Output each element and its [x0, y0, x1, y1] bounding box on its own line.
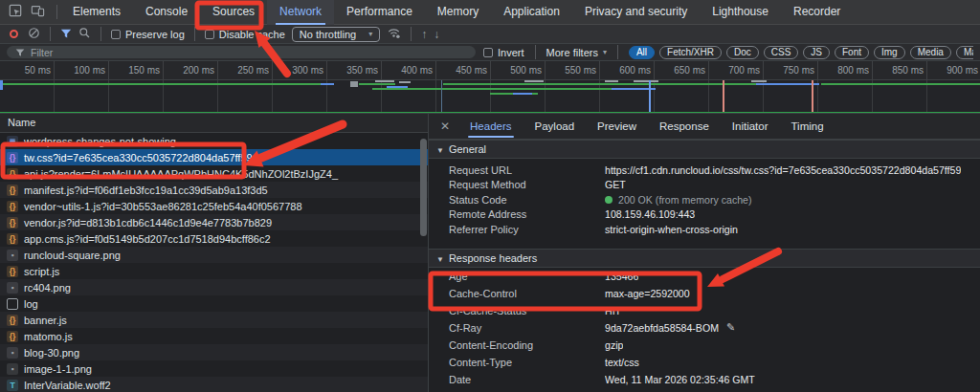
devtools-panel-tab[interactable]: Sources [200, 0, 267, 25]
timeline-tick-label: 100 ms [52, 65, 105, 76]
waterfall-bar [350, 81, 358, 87]
waterfall-bar [0, 80, 3, 90]
devtools-panel-tab[interactable]: Lighthouse [700, 0, 781, 25]
request-type-chip[interactable]: Media [910, 46, 951, 59]
resource-type-icon: {} [7, 152, 18, 163]
preserve-log-checkbox[interactable] [111, 30, 121, 39]
network-conditions-icon[interactable] [387, 26, 401, 43]
timeline-tick-label: 650 ms [652, 65, 705, 76]
devtools-panel-tab[interactable]: Performance [334, 0, 425, 25]
disable-cache-toggle[interactable]: Disable cache [205, 29, 285, 40]
request-row[interactable]: ≣ wordpress-changes-not-showing [0, 133, 428, 149]
request-name: vendor.js?id=d813b1cdb6c1446c1d9e4e7783b… [24, 217, 272, 229]
devtools-panel-tab[interactable]: Recorder [781, 0, 853, 25]
waterfall-bar [513, 93, 532, 95]
details-tab[interactable]: Preview [586, 114, 648, 140]
disable-cache-checkbox[interactable] [205, 30, 214, 39]
request-row[interactable]: ▪ runcloud-square.png [0, 247, 428, 263]
details-tab[interactable]: Initiator [721, 114, 780, 140]
clear-network-log-icon[interactable] [28, 26, 40, 43]
request-row[interactable]: {} api.js?render=6LmMcIUAAAAAPqWPbHNC4K5… [0, 165, 428, 182]
request-row[interactable]: ▪ image-1-1.png [0, 360, 428, 377]
request-row[interactable]: log [0, 295, 428, 312]
throttling-select[interactable]: No throttling ▾ [292, 27, 380, 42]
triangle-down-icon: ▼ [436, 146, 444, 155]
details-tab[interactable]: Headers [458, 114, 523, 140]
request-type-chip[interactable]: Manifest [956, 46, 973, 59]
devtools-panel-tab[interactable]: Privacy and security [572, 0, 700, 25]
header-name: Cache-Control [429, 288, 605, 299]
waterfall-bar [634, 80, 658, 82]
chevron-down-icon: ▾ [368, 30, 372, 38]
name-column-header[interactable]: Name [0, 114, 428, 133]
record-network-log-button[interactable] [10, 30, 18, 38]
close-icon[interactable]: ✕ [440, 120, 450, 133]
invert-toggle[interactable]: Invert [483, 47, 524, 58]
header-value: 108.159.46.109:443 [605, 208, 695, 220]
network-overview[interactable] [0, 80, 980, 114]
timeline-tick-label: 300 ms [270, 65, 323, 76]
general-section-header[interactable]: ▼General [429, 140, 980, 159]
header-name: Status Code [429, 194, 605, 206]
details-tab[interactable]: Response [648, 114, 721, 140]
preserve-log-toggle[interactable]: Preserve log [111, 29, 185, 40]
request-type-chip[interactable]: Img [874, 46, 905, 59]
divider [617, 45, 618, 59]
filter-toggle-icon[interactable] [60, 26, 72, 43]
request-type-chip[interactable]: Doc [726, 46, 759, 59]
resource-type-icon: ▪ [7, 347, 18, 359]
request-row[interactable]: {} vendor~utils-1.js?id=30b553ae86281c25… [0, 198, 428, 214]
request-type-chip[interactable]: Font [835, 46, 869, 59]
response-headers-section-header[interactable]: ▼Response headers [429, 249, 980, 268]
request-type-chip[interactable]: Fetch/XHR [659, 46, 722, 59]
devtools-panel-tab[interactable]: Network [267, 0, 334, 25]
devtools-panel-tab[interactable]: Console [133, 0, 200, 25]
more-filters-button[interactable]: More filters ▾ [546, 47, 607, 58]
filter-input[interactable]: Filter [7, 46, 476, 58]
request-row[interactable]: {} matomo.js [0, 328, 428, 344]
timeline-tick-label: 800 ms [815, 65, 869, 76]
request-row[interactable]: {} script.js [0, 263, 428, 279]
request-row[interactable]: {} app.cms.js?id=f0d5149b5d207cc1d7518d9… [0, 230, 428, 247]
more-filters-label: More filters [546, 47, 598, 58]
search-icon[interactable] [78, 26, 91, 43]
scrollbar-thumb[interactable] [420, 139, 427, 236]
header-name: Content-Type [429, 357, 605, 368]
request-row[interactable]: {} manifest.js?id=f06df1eb3fcc19a1cc39d5… [0, 182, 428, 198]
edit-pencil-icon[interactable]: ✎ [726, 321, 735, 334]
details-tab[interactable]: Timing [780, 114, 835, 140]
resource-type-icon: {} [7, 233, 18, 245]
header-row: Status Code 200 OK (from memory cache) [429, 192, 980, 207]
invert-checkbox[interactable] [483, 48, 493, 57]
device-toolbar-icon[interactable] [31, 4, 45, 21]
waterfall-bar [2, 83, 321, 85]
request-row[interactable]: ▪ rc404.png [0, 279, 428, 295]
request-name: runcloud-square.png [24, 250, 121, 261]
header-row: Age 135466 [429, 268, 980, 285]
general-rows: Request URL https://cf1.cdn.runcloud.io/… [429, 159, 980, 240]
devtools-panel-tab[interactable]: Memory [425, 0, 491, 25]
devtools-panel-tab[interactable]: Elements [60, 0, 133, 25]
inspect-element-icon[interactable] [9, 4, 22, 21]
export-har-icon[interactable]: ↓ [434, 29, 439, 40]
header-value: gzip [605, 339, 623, 351]
request-type-chip[interactable]: All [629, 46, 655, 59]
request-type-chip[interactable]: CSS [764, 46, 799, 59]
network-filter-bar: Filter Invert More filters ▾ AllFetch/XH… [0, 44, 980, 61]
header-name: Content-Encoding [429, 339, 605, 351]
details-tab[interactable]: Payload [523, 114, 587, 140]
timeline-ruler[interactable]: 50 ms100 ms150 ms200 ms250 ms300 ms350 m… [0, 61, 980, 80]
header-value: HIT [605, 305, 621, 316]
timeline-tick-label: 700 ms [706, 65, 760, 76]
request-row[interactable]: {} vendor.js?id=d813b1cdb6c1446c1d9e4e77… [0, 214, 428, 230]
request-type-chip[interactable]: JS [803, 46, 830, 59]
request-row[interactable]: {} banner.js [0, 312, 428, 328]
import-har-icon[interactable]: ↑ [421, 29, 427, 40]
network-toolbar: Preserve log Disable cache No throttling… [0, 25, 980, 44]
request-row[interactable]: {} tw.css?id=7e635cea330cc5035722d804da5… [0, 149, 428, 165]
request-row[interactable]: ▪ blog-30.png [0, 344, 428, 360]
request-row[interactable]: T InterVariable.woff2 [0, 377, 428, 392]
devtools-panel-tab[interactable]: Application [491, 0, 572, 25]
timeline-tick-label: 150 ms [106, 65, 160, 76]
request-list-scrollbar[interactable] [420, 135, 427, 389]
